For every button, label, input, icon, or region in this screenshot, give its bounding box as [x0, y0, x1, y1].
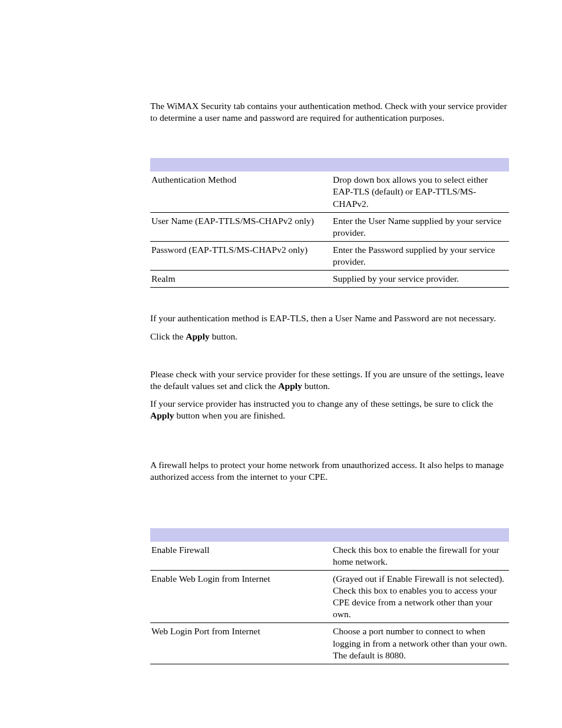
row-label: User Name (EAP-TTLS/MS-CHAPv2 only) — [150, 215, 333, 239]
paragraph-instructed: If your service provider has instructed … — [150, 398, 509, 421]
text: button when you are finished. — [174, 410, 286, 420]
row-desc: (Grayed out if Enable Firewall is not se… — [333, 573, 509, 621]
row-label: Web Login Port from Internet — [150, 625, 333, 661]
table-row: Password (EAP-TTLS/MS-CHAPv2 only) Enter… — [150, 242, 509, 271]
table-header-band — [150, 528, 509, 542]
firewall-intro: A firewall helps to protect your home ne… — [150, 459, 509, 483]
text: button. — [210, 331, 237, 341]
security-table: Authentication Method Drop down box allo… — [150, 158, 509, 288]
row-desc: Enter the Password supplied by your serv… — [333, 244, 509, 268]
row-label: Enable Firewall — [150, 544, 333, 568]
table-row: Authentication Method Drop down box allo… — [150, 172, 509, 212]
table-row: Enable Web Login from Internet (Grayed o… — [150, 571, 509, 624]
row-desc: Supplied by your service provider. — [333, 273, 509, 285]
row-label: Authentication Method — [150, 174, 333, 209]
text: button. — [302, 381, 330, 391]
row-desc: Enter the User Name supplied by your ser… — [333, 215, 509, 239]
text: If your service provider has instructed … — [150, 398, 493, 409]
row-label: Enable Web Login from Internet — [150, 573, 333, 621]
paragraph-eap-tls: If your authentication method is EAP-TLS… — [150, 312, 509, 324]
firewall-table: Enable Firewall Check this box to enable… — [150, 528, 509, 664]
table-header-band — [150, 158, 509, 172]
table-row: Web Login Port from Internet Choose a po… — [150, 623, 509, 664]
apply-bold: Apply — [278, 381, 302, 391]
apply-bold: Apply — [186, 331, 210, 341]
table-row: Enable Firewall Check this box to enable… — [150, 542, 509, 571]
row-label: Realm — [150, 273, 333, 285]
text: Click the — [150, 331, 186, 341]
row-desc: Check this box to enable the firewall fo… — [333, 544, 509, 568]
table-row: Realm Supplied by your service provider. — [150, 271, 509, 288]
paragraph-click-apply: Click the Apply button. — [150, 331, 509, 342]
row-label: Password (EAP-TTLS/MS-CHAPv2 only) — [150, 244, 333, 268]
apply-bold: Apply — [150, 410, 174, 420]
intro-text: The WiMAX Security tab contains your aut… — [150, 100, 509, 124]
table-row: User Name (EAP-TTLS/MS-CHAPv2 only) Ente… — [150, 213, 509, 242]
row-desc: Choose a port number to connect to when … — [333, 625, 509, 661]
row-desc: Drop down box allows you to select eithe… — [333, 174, 509, 209]
paragraph-check-provider: Please check with your service provider … — [150, 368, 509, 392]
